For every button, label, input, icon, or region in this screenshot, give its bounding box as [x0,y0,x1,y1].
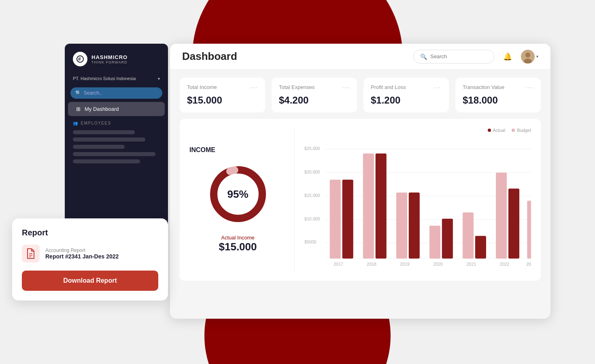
download-report-button[interactable]: Download Report [22,271,158,291]
legend-actual-label: Actual [493,128,506,133]
logo-name: HASHMICRO [91,54,128,60]
logo-tagline: THINK FORWARD [91,60,128,64]
legend-budget-dot [512,129,515,132]
report-card: Report Accounting Report Report #2341 Ja… [12,218,168,301]
svg-text:$20.000: $20.000 [304,169,320,174]
bar-2021-budget [463,212,474,258]
legend-budget: Budget [512,128,531,133]
stat-value-income: $15.000 [187,95,258,106]
dashboard-icon: ⊞ [76,106,81,112]
bar-2022-budget [496,173,507,258]
svg-text:$10.000: $10.000 [304,216,320,221]
stat-label-pnl: Profit and Loss [371,84,406,90]
stat-label-expenses: Total Expenses [279,84,314,90]
chevron-down-icon: ▾ [536,54,538,59]
income-section: INCOME 95% Actual Income $15.000 [180,119,541,281]
svg-text:$5000: $5000 [304,239,317,244]
stat-menu-income[interactable]: ··· [250,84,258,91]
donut-chart: 95% [206,162,270,226]
employees-icon: 👥 [73,121,79,125]
dashboard-header: Dashboard 🔍 🔔 ▾ [170,44,550,70]
income-right: Actual Budget $25.000 $20.000 $15.000 $1… [295,128,531,272]
bar-2018-actual [376,153,387,258]
report-item: Accounting Report Report #2341 Jan-Des 2… [22,245,158,262]
chart-legend: Actual Budget [304,128,531,133]
stat-menu-pnl[interactable]: ··· [434,84,442,91]
sidebar-skeleton-4 [73,152,155,156]
notification-icon[interactable]: 🔔 [501,50,514,63]
sidebar-item-dashboard[interactable]: ⊞ My Dashboard [68,102,165,116]
svg-text:$25.000: $25.000 [304,146,320,151]
bar-2020-actual [442,219,453,258]
sidebar-skeleton-1 [73,130,135,134]
sidebar-skeleton-3 [73,145,125,149]
report-icon [22,245,40,262]
stat-card-income: Total Income ··· $15.000 [180,78,265,112]
bar-chart-svg: $25.000 $20.000 $15.000 $10.000 $5000 [304,136,531,272]
search-icon: 🔍 [420,53,427,60]
user-avatar [521,50,535,63]
svg-text:$15.000: $15.000 [304,193,320,198]
donut-percent: 95% [227,188,248,201]
stat-card-pnl: Profit and Loss ··· $1.200 [363,78,449,112]
header-right: 🔍 🔔 ▾ [413,50,538,63]
sidebar-item-label: My Dashboard [85,106,119,112]
stat-menu-expenses[interactable]: ··· [342,84,350,91]
sidebar-company[interactable]: PT. Hashmicro Solusi Indonesia ▾ [65,73,168,84]
income-title: INCOME [189,146,215,154]
report-name: Report #2341 Jan-Des 2022 [45,253,119,260]
logo-text: HASHMICRO THINK FORWARD [91,54,128,64]
report-type: Accounting Report [45,248,119,253]
bar-2022-actual [508,188,519,258]
bar-2020-budget [429,226,440,258]
stat-label-transaction: Transaction Value [463,84,504,90]
stat-menu-transaction[interactable]: ··· [526,84,533,91]
sidebar-logo: # HASHMICRO THINK FORWARD [65,52,168,73]
stat-value-expenses: $4.200 [279,95,350,106]
bar-2019-actual [409,193,420,258]
page-title: Dashboard [182,50,237,63]
stat-value-pnl: $1.200 [371,95,442,106]
bar-2018-budget [363,153,374,258]
income-left: INCOME 95% Actual Income $15.000 [189,128,295,272]
sidebar-skeleton-5 [73,159,140,163]
stat-card-transaction: Transaction Value ··· $18.000 [455,78,541,112]
svg-text:#: # [78,56,81,62]
bar-2019-budget [396,193,407,258]
chevron-down-icon: ▾ [158,76,160,81]
legend-actual-dot [488,129,491,132]
stats-section: Total Income ··· $15.000 Total Expenses … [170,70,550,119]
bar-2017-actual [342,180,353,258]
stat-card-expenses: Total Expenses ··· $4.200 [272,78,357,112]
legend-actual: Actual [488,128,506,133]
sidebar-search-input[interactable] [84,90,157,96]
bar-2023-budget [527,201,531,258]
svg-text:2020: 2020 [433,262,443,267]
search-input[interactable] [430,53,487,59]
section-label: EMPLOYEES [81,121,111,125]
main-panel: Dashboard 🔍 🔔 ▾ Tota [170,44,550,319]
svg-text:2017: 2017 [334,262,343,267]
report-info: Accounting Report Report #2341 Jan-Des 2… [45,248,119,260]
stat-label-income: Total Income [187,84,217,90]
company-name: PT. Hashmicro Solusi Indonesia [73,76,136,81]
svg-text:2022: 2022 [500,262,510,267]
svg-text:2019: 2019 [400,262,410,267]
svg-text:2021: 2021 [466,262,476,267]
actual-income-value: $15.000 [219,241,257,253]
search-bar[interactable]: 🔍 [413,50,494,63]
svg-text:2018: 2018 [367,262,376,267]
bar-chart-area: $25.000 $20.000 $15.000 $10.000 $5000 [304,136,531,272]
stat-value-transaction: $18.000 [463,95,533,106]
sidebar: # HASHMICRO THINK FORWARD PT. Hashmicro … [65,44,168,230]
bar-2021-actual [475,236,486,258]
user-dropdown[interactable]: ▾ [521,50,538,63]
logo-icon: # [73,52,87,66]
sidebar-skeleton-2 [73,138,145,142]
bar-2017-budget [330,180,341,258]
sidebar-section-employees: 👥 EMPLOYEES [65,117,168,127]
svg-text:2023: 2023 [526,262,531,267]
sidebar-search[interactable]: 🔍 [70,87,162,99]
report-card-title: Report [22,228,158,237]
svg-point-2 [525,53,530,57]
